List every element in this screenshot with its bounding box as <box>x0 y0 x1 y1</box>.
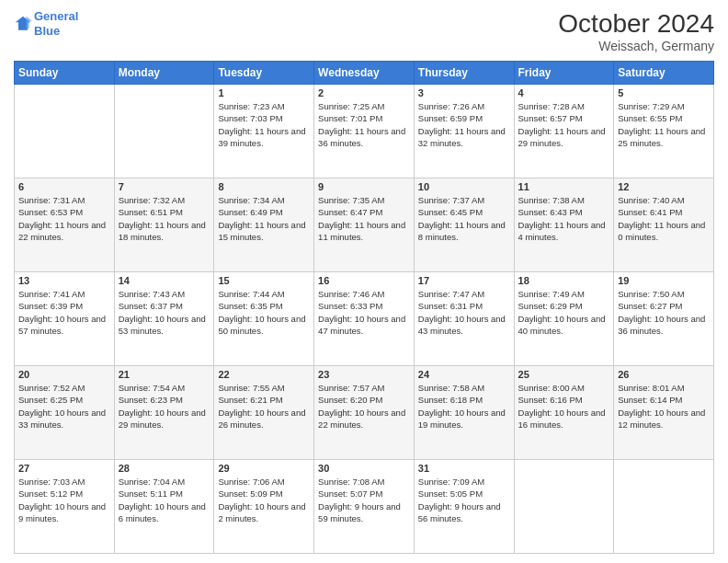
page: General Blue October 2024 Weissach, Germ… <box>0 0 728 563</box>
day-info: Sunrise: 7:26 AM Sunset: 6:59 PM Dayligh… <box>418 100 510 149</box>
calendar-cell: 23Sunrise: 7:57 AM Sunset: 6:20 PM Dayli… <box>314 366 415 460</box>
day-of-week-header: Sunday <box>15 62 115 85</box>
day-info: Sunrise: 7:06 AM Sunset: 5:09 PM Dayligh… <box>218 476 310 524</box>
calendar-cell: 26Sunrise: 8:01 AM Sunset: 6:14 PM Dayli… <box>614 366 714 460</box>
calendar-cell: 28Sunrise: 7:04 AM Sunset: 5:11 PM Dayli… <box>114 460 214 554</box>
day-number: 23 <box>318 369 410 380</box>
calendar-cell: 4Sunrise: 7:28 AM Sunset: 6:57 PM Daylig… <box>514 85 614 178</box>
day-number: 18 <box>518 275 610 286</box>
day-info: Sunrise: 7:38 AM Sunset: 6:43 PM Dayligh… <box>518 194 610 243</box>
day-number: 7 <box>119 181 210 192</box>
logo-line2: Blue <box>34 24 60 38</box>
calendar-cell: 10Sunrise: 7:37 AM Sunset: 6:45 PM Dayli… <box>414 178 514 272</box>
calendar-cell: 6Sunrise: 7:31 AM Sunset: 6:53 PM Daylig… <box>15 178 115 272</box>
calendar-cell <box>114 85 214 178</box>
day-number: 25 <box>518 369 610 380</box>
calendar-cell <box>614 460 714 554</box>
calendar-cell: 11Sunrise: 7:38 AM Sunset: 6:43 PM Dayli… <box>514 178 614 272</box>
day-info: Sunrise: 7:34 AM Sunset: 6:49 PM Dayligh… <box>218 194 310 243</box>
day-number: 26 <box>618 369 710 380</box>
day-number: 1 <box>218 87 310 98</box>
day-info: Sunrise: 7:55 AM Sunset: 6:21 PM Dayligh… <box>218 382 310 431</box>
day-number: 14 <box>119 275 210 286</box>
day-info: Sunrise: 7:23 AM Sunset: 7:03 PM Dayligh… <box>218 100 310 149</box>
day-info: Sunrise: 7:32 AM Sunset: 6:51 PM Dayligh… <box>119 194 210 243</box>
day-info: Sunrise: 7:43 AM Sunset: 6:37 PM Dayligh… <box>119 288 210 337</box>
logo: General Blue <box>14 9 78 38</box>
day-number: 13 <box>18 275 110 286</box>
day-number: 29 <box>218 463 310 474</box>
calendar-cell: 8Sunrise: 7:34 AM Sunset: 6:49 PM Daylig… <box>214 178 314 272</box>
day-number: 31 <box>418 463 510 474</box>
day-info: Sunrise: 7:50 AM Sunset: 6:27 PM Dayligh… <box>618 288 710 337</box>
day-number: 10 <box>418 181 510 192</box>
day-number: 28 <box>119 463 210 474</box>
day-of-week-header: Monday <box>114 62 214 85</box>
day-info: Sunrise: 7:28 AM Sunset: 6:57 PM Dayligh… <box>518 100 610 149</box>
day-info: Sunrise: 7:37 AM Sunset: 6:45 PM Dayligh… <box>418 194 510 243</box>
header: General Blue October 2024 Weissach, Germ… <box>14 9 714 53</box>
month-title: October 2024 <box>558 9 714 39</box>
day-number: 30 <box>318 463 410 474</box>
calendar-cell: 24Sunrise: 7:58 AM Sunset: 6:18 PM Dayli… <box>414 366 514 460</box>
calendar-body: 1Sunrise: 7:23 AM Sunset: 7:03 PM Daylig… <box>15 85 714 554</box>
day-number: 17 <box>418 275 510 286</box>
calendar-cell: 12Sunrise: 7:40 AM Sunset: 6:41 PM Dayli… <box>614 178 714 272</box>
calendar-cell: 25Sunrise: 8:00 AM Sunset: 6:16 PM Dayli… <box>514 366 614 460</box>
logo-line1: General <box>34 9 78 23</box>
day-number: 19 <box>618 275 710 286</box>
day-info: Sunrise: 7:49 AM Sunset: 6:29 PM Dayligh… <box>518 288 610 337</box>
title-block: October 2024 Weissach, Germany <box>558 9 714 53</box>
calendar-cell: 17Sunrise: 7:47 AM Sunset: 6:31 PM Dayli… <box>414 272 514 366</box>
day-info: Sunrise: 7:03 AM Sunset: 5:12 PM Dayligh… <box>18 476 110 524</box>
day-number: 9 <box>318 181 410 192</box>
day-of-week-header: Friday <box>514 62 614 85</box>
day-info: Sunrise: 7:09 AM Sunset: 5:05 PM Dayligh… <box>418 476 510 524</box>
day-info: Sunrise: 7:54 AM Sunset: 6:23 PM Dayligh… <box>119 382 210 431</box>
day-info: Sunrise: 8:01 AM Sunset: 6:14 PM Dayligh… <box>618 382 710 431</box>
day-number: 8 <box>218 181 310 192</box>
day-info: Sunrise: 7:41 AM Sunset: 6:39 PM Dayligh… <box>18 288 110 337</box>
day-number: 22 <box>218 369 310 380</box>
logo-text: General Blue <box>34 9 78 38</box>
day-number: 5 <box>618 87 710 98</box>
day-info: Sunrise: 7:58 AM Sunset: 6:18 PM Dayligh… <box>418 382 510 431</box>
calendar-week-row: 20Sunrise: 7:52 AM Sunset: 6:25 PM Dayli… <box>15 366 714 460</box>
day-number: 20 <box>18 369 110 380</box>
day-info: Sunrise: 7:40 AM Sunset: 6:41 PM Dayligh… <box>618 194 710 243</box>
calendar-cell <box>15 85 115 178</box>
day-number: 12 <box>618 181 710 192</box>
calendar-cell: 13Sunrise: 7:41 AM Sunset: 6:39 PM Dayli… <box>15 272 115 366</box>
calendar-cell: 3Sunrise: 7:26 AM Sunset: 6:59 PM Daylig… <box>414 85 514 178</box>
location: Weissach, Germany <box>558 39 714 53</box>
calendar-cell: 21Sunrise: 7:54 AM Sunset: 6:23 PM Dayli… <box>114 366 214 460</box>
calendar-cell: 22Sunrise: 7:55 AM Sunset: 6:21 PM Dayli… <box>214 366 314 460</box>
day-number: 11 <box>518 181 610 192</box>
day-info: Sunrise: 7:08 AM Sunset: 5:07 PM Dayligh… <box>318 476 410 524</box>
calendar-cell: 27Sunrise: 7:03 AM Sunset: 5:12 PM Dayli… <box>15 460 115 554</box>
calendar-cell: 5Sunrise: 7:29 AM Sunset: 6:55 PM Daylig… <box>614 85 714 178</box>
day-info: Sunrise: 8:00 AM Sunset: 6:16 PM Dayligh… <box>518 382 610 431</box>
calendar-week-row: 1Sunrise: 7:23 AM Sunset: 7:03 PM Daylig… <box>15 85 714 178</box>
day-info: Sunrise: 7:25 AM Sunset: 7:01 PM Dayligh… <box>318 100 410 149</box>
day-number: 6 <box>18 181 110 192</box>
calendar-week-row: 13Sunrise: 7:41 AM Sunset: 6:39 PM Dayli… <box>15 272 714 366</box>
calendar-cell: 18Sunrise: 7:49 AM Sunset: 6:29 PM Dayli… <box>514 272 614 366</box>
day-info: Sunrise: 7:29 AM Sunset: 6:55 PM Dayligh… <box>618 100 710 149</box>
calendar-week-row: 6Sunrise: 7:31 AM Sunset: 6:53 PM Daylig… <box>15 178 714 272</box>
day-of-week-header: Thursday <box>414 62 514 85</box>
day-number: 2 <box>318 87 410 98</box>
calendar-cell: 31Sunrise: 7:09 AM Sunset: 5:05 PM Dayli… <box>414 460 514 554</box>
day-info: Sunrise: 7:52 AM Sunset: 6:25 PM Dayligh… <box>18 382 110 431</box>
day-number: 15 <box>218 275 310 286</box>
day-of-week-header: Tuesday <box>214 62 314 85</box>
calendar-week-row: 27Sunrise: 7:03 AM Sunset: 5:12 PM Dayli… <box>15 460 714 554</box>
day-info: Sunrise: 7:47 AM Sunset: 6:31 PM Dayligh… <box>418 288 510 337</box>
calendar-cell: 20Sunrise: 7:52 AM Sunset: 6:25 PM Dayli… <box>15 366 115 460</box>
day-number: 16 <box>318 275 410 286</box>
calendar-cell: 19Sunrise: 7:50 AM Sunset: 6:27 PM Dayli… <box>614 272 714 366</box>
calendar-cell: 30Sunrise: 7:08 AM Sunset: 5:07 PM Dayli… <box>314 460 415 554</box>
calendar-cell <box>514 460 614 554</box>
day-number: 3 <box>418 87 510 98</box>
day-info: Sunrise: 7:44 AM Sunset: 6:35 PM Dayligh… <box>218 288 310 337</box>
